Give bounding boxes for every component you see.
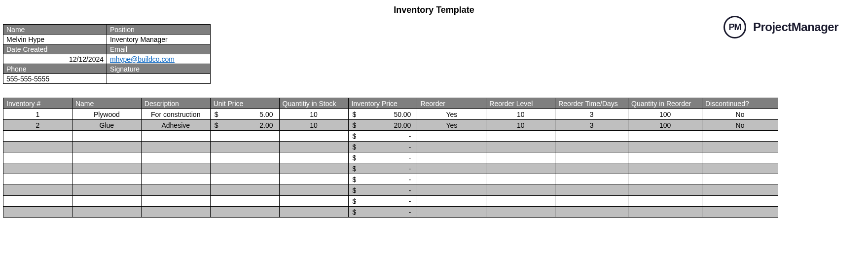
cell[interactable] — [279, 152, 348, 163]
cell[interactable] — [72, 196, 141, 207]
cell[interactable] — [486, 174, 555, 185]
cell[interactable] — [141, 185, 210, 196]
cell[interactable]: No — [702, 120, 778, 131]
cell[interactable] — [555, 142, 628, 152]
cell[interactable] — [279, 142, 348, 152]
cell[interactable] — [72, 185, 141, 196]
cell[interactable] — [486, 163, 555, 174]
cell[interactable] — [555, 196, 628, 207]
cell[interactable] — [702, 196, 778, 207]
cell[interactable]: $- — [348, 131, 417, 142]
cell[interactable]: $20.00 — [348, 120, 417, 131]
cell[interactable] — [486, 142, 555, 152]
cell[interactable] — [702, 131, 778, 142]
cell[interactable]: $- — [348, 142, 417, 152]
cell[interactable] — [702, 185, 778, 196]
cell[interactable] — [279, 163, 348, 174]
cell[interactable]: $- — [348, 207, 417, 218]
cell[interactable]: Plywood — [72, 109, 141, 120]
cell[interactable] — [72, 152, 141, 163]
cell[interactable] — [486, 207, 555, 218]
cell[interactable] — [279, 174, 348, 185]
cell[interactable]: 2 — [3, 120, 72, 131]
cell[interactable] — [702, 174, 778, 185]
cell[interactable] — [417, 152, 486, 163]
cell[interactable] — [417, 196, 486, 207]
cell[interactable] — [141, 174, 210, 185]
cell[interactable] — [486, 152, 555, 163]
cell[interactable] — [628, 152, 702, 163]
cell[interactable] — [555, 152, 628, 163]
cell[interactable] — [628, 207, 702, 218]
info-value-name[interactable]: Melvin Hype — [3, 35, 107, 44]
info-value-signature[interactable] — [107, 74, 211, 84]
cell[interactable]: 3 — [555, 109, 628, 120]
cell[interactable] — [141, 207, 210, 218]
cell[interactable] — [555, 163, 628, 174]
info-value-position[interactable]: Inventory Manager — [107, 35, 211, 44]
cell[interactable] — [72, 163, 141, 174]
cell[interactable] — [628, 163, 702, 174]
cell[interactable]: 100 — [628, 120, 702, 131]
info-value-date[interactable]: 12/12/2024 — [3, 54, 107, 64]
cell[interactable] — [486, 131, 555, 142]
cell[interactable]: $- — [348, 185, 417, 196]
cell[interactable] — [279, 196, 348, 207]
cell[interactable] — [702, 207, 778, 218]
cell[interactable] — [210, 207, 279, 218]
cell[interactable] — [555, 207, 628, 218]
cell[interactable]: $50.00 — [348, 109, 417, 120]
cell[interactable] — [279, 185, 348, 196]
cell[interactable]: $- — [348, 163, 417, 174]
cell[interactable] — [628, 142, 702, 152]
cell[interactable] — [72, 174, 141, 185]
cell[interactable]: No — [702, 109, 778, 120]
cell[interactable] — [3, 152, 72, 163]
cell[interactable] — [279, 207, 348, 218]
cell[interactable] — [555, 131, 628, 142]
cell[interactable] — [210, 142, 279, 152]
cell[interactable] — [3, 185, 72, 196]
cell[interactable] — [210, 131, 279, 142]
cell[interactable]: $2.00 — [210, 120, 279, 131]
cell[interactable]: 10 — [279, 109, 348, 120]
cell[interactable] — [141, 196, 210, 207]
cell[interactable] — [555, 185, 628, 196]
cell[interactable] — [702, 152, 778, 163]
cell[interactable] — [417, 207, 486, 218]
cell[interactable] — [702, 142, 778, 152]
cell[interactable] — [628, 174, 702, 185]
info-value-phone[interactable]: 555-555-5555 — [3, 74, 107, 84]
cell[interactable]: Adhesive — [141, 120, 210, 131]
cell[interactable] — [141, 163, 210, 174]
cell[interactable]: $- — [348, 152, 417, 163]
cell[interactable] — [141, 152, 210, 163]
cell[interactable] — [3, 163, 72, 174]
cell[interactable]: $- — [348, 196, 417, 207]
cell[interactable] — [210, 163, 279, 174]
cell[interactable] — [279, 131, 348, 142]
cell[interactable] — [3, 131, 72, 142]
cell[interactable]: $- — [348, 174, 417, 185]
info-value-email[interactable]: mhype@buildco.com — [107, 54, 211, 64]
cell[interactable] — [3, 207, 72, 218]
cell[interactable] — [417, 174, 486, 185]
cell[interactable] — [486, 196, 555, 207]
cell[interactable] — [210, 196, 279, 207]
cell[interactable] — [210, 152, 279, 163]
cell[interactable] — [555, 174, 628, 185]
cell[interactable] — [3, 196, 72, 207]
cell[interactable]: Yes — [417, 120, 486, 131]
cell[interactable]: Glue — [72, 120, 141, 131]
cell[interactable] — [417, 142, 486, 152]
cell[interactable] — [141, 142, 210, 152]
cell[interactable] — [210, 174, 279, 185]
cell[interactable] — [141, 131, 210, 142]
cell[interactable] — [417, 131, 486, 142]
cell[interactable] — [417, 163, 486, 174]
cell[interactable]: 10 — [486, 120, 555, 131]
cell[interactable] — [702, 163, 778, 174]
cell[interactable]: 10 — [279, 120, 348, 131]
cell[interactable]: 100 — [628, 109, 702, 120]
cell[interactable] — [72, 207, 141, 218]
